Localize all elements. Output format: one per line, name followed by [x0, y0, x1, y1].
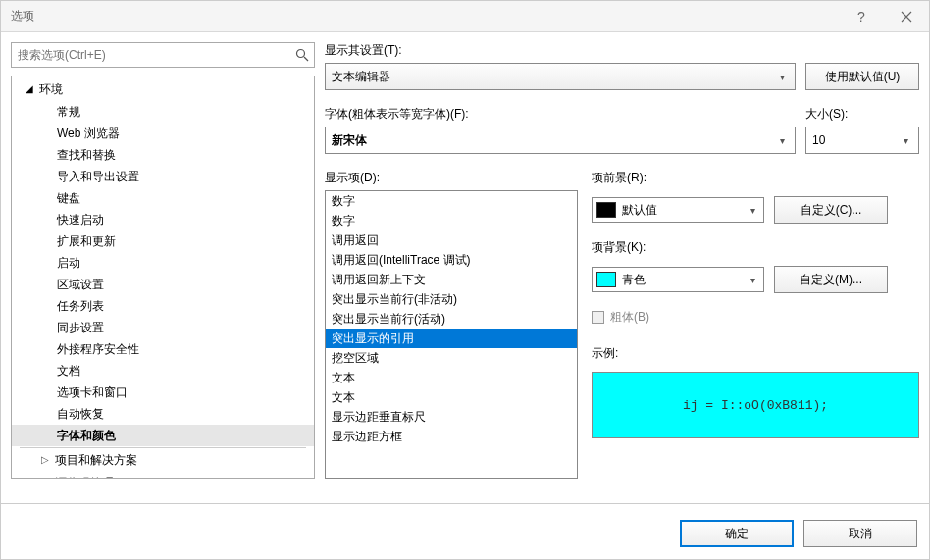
checkbox-icon: [592, 311, 604, 324]
tree-item[interactable]: 扩展和更新: [12, 230, 314, 252]
display-items-label: 显示项(D):: [325, 170, 578, 186]
help-button[interactable]: ?: [839, 1, 884, 32]
background-label: 项背景(K):: [592, 239, 919, 256]
list-item[interactable]: 数字: [326, 211, 577, 230]
tree-item[interactable]: 快速启动: [12, 209, 314, 230]
font-size-row: 字体(粗体表示等宽字体)(F): 新宋体 ▾ 大小(S): 10 ▾: [325, 106, 919, 154]
custom-background-button[interactable]: 自定义(M)...: [774, 266, 888, 293]
font-label: 字体(粗体表示等宽字体)(F):: [325, 106, 796, 123]
tree-item[interactable]: 任务列表: [12, 295, 314, 317]
ok-button[interactable]: 确定: [680, 520, 794, 547]
sample-text: ij = I::oO(0xB811);: [683, 398, 828, 413]
list-item[interactable]: 突出显示当前行(非活动): [326, 289, 577, 309]
show-settings-group: 显示其设置(T): 文本编辑器 ▾ 使用默认值(U): [325, 42, 919, 90]
left-pane: ◢环境常规Web 浏览器查找和替换导入和导出设置键盘快速启动扩展和更新启动区域设…: [11, 42, 315, 479]
tree-item[interactable]: 同步设置: [12, 317, 314, 338]
tree-item[interactable]: 启动: [12, 252, 314, 274]
window-title: 选项: [11, 8, 839, 25]
tree-item[interactable]: 选项卡和窗口: [12, 382, 314, 403]
search-input[interactable]: [12, 43, 290, 67]
combo-text: 青色: [622, 272, 746, 288]
tree-item[interactable]: 键盘: [12, 187, 314, 209]
list-item[interactable]: 调用返回(IntelliTrace 调试): [326, 250, 577, 270]
chevron-down-icon: ▾: [746, 205, 759, 216]
category-tree[interactable]: ◢环境常规Web 浏览器查找和替换导入和导出设置键盘快速启动扩展和更新启动区域设…: [11, 76, 315, 479]
show-settings-combo[interactable]: 文本编辑器 ▾: [325, 63, 796, 90]
tree-item[interactable]: 查找和替换: [12, 144, 314, 166]
right-pane: 显示其设置(T): 文本编辑器 ▾ 使用默认值(U) 字体(粗体表示等宽字体)(…: [325, 42, 919, 479]
list-item[interactable]: 调用返回新上下文: [326, 270, 577, 289]
custom-foreground-button[interactable]: 自定义(C)...: [774, 196, 888, 224]
list-item[interactable]: 数字: [326, 191, 577, 211]
show-settings-label: 显示其设置(T):: [325, 42, 919, 59]
tree-item[interactable]: 外接程序安全性: [12, 338, 314, 360]
chevron-right-icon: ▷: [41, 451, 53, 469]
list-item[interactable]: 显示边距方框: [326, 427, 577, 446]
tree-item[interactable]: 区域设置: [12, 274, 314, 295]
tree-item[interactable]: Web 浏览器: [12, 123, 314, 144]
list-item[interactable]: 突出显示的引用: [326, 329, 577, 348]
tree-item[interactable]: ▷源代码管理: [12, 472, 314, 479]
cancel-button[interactable]: 取消: [803, 520, 917, 547]
tree-item[interactable]: 常规: [12, 101, 314, 123]
tree-item[interactable]: ▷项目和解决方案: [12, 449, 314, 472]
list-item[interactable]: 显示边距垂直标尺: [326, 407, 577, 427]
list-item[interactable]: 调用返回: [326, 230, 577, 250]
chevron-down-icon: ▾: [775, 72, 789, 82]
close-icon: [901, 11, 912, 23]
divider: [1, 503, 929, 504]
list-item[interactable]: 文本: [326, 387, 577, 407]
bold-label: 粗体(B): [610, 309, 649, 326]
chevron-down-icon: ▾: [899, 135, 912, 146]
divider: [20, 447, 306, 448]
combo-text: 新宋体: [332, 132, 775, 149]
chevron-down-icon: ▾: [775, 135, 789, 146]
list-item[interactable]: 文本: [326, 368, 577, 387]
combo-text: 文本编辑器: [332, 69, 775, 85]
display-items-list[interactable]: 数字数字调用返回调用返回(IntelliTrace 调试)调用返回新上下文突出显…: [325, 190, 578, 479]
size-group: 大小(S): 10 ▾: [805, 106, 919, 154]
chevron-right-icon: ▷: [41, 474, 53, 479]
foreground-label: 项前景(R):: [592, 170, 919, 186]
background-combo[interactable]: 青色 ▾: [592, 267, 764, 292]
tree-item[interactable]: 字体和颜色: [12, 425, 314, 446]
combo-text: 10: [812, 133, 899, 147]
size-label: 大小(S):: [805, 106, 919, 123]
display-items-col: 显示项(D): 数字数字调用返回调用返回(IntelliTrace 调试)调用返…: [325, 170, 578, 479]
search-icon[interactable]: [290, 48, 314, 62]
color-swatch: [596, 272, 616, 287]
tree-item-root[interactable]: ◢环境: [12, 78, 314, 101]
footer-buttons: 确定 取消: [680, 520, 917, 547]
foreground-combo[interactable]: 默认值 ▾: [592, 197, 764, 223]
list-item[interactable]: 挖空区域: [326, 348, 577, 368]
combo-text: 默认值: [622, 202, 746, 219]
tree-item[interactable]: 自动恢复: [12, 403, 314, 425]
sample-box: ij = I::oO(0xB811);: [592, 372, 919, 438]
font-group: 字体(粗体表示等宽字体)(F): 新宋体 ▾: [325, 106, 796, 154]
font-combo[interactable]: 新宋体 ▾: [325, 127, 796, 154]
size-combo[interactable]: 10 ▾: [805, 127, 919, 154]
bold-checkbox: 粗体(B): [592, 309, 919, 326]
close-button[interactable]: [884, 1, 929, 32]
color-swatch: [596, 202, 616, 218]
tree-item[interactable]: 导入和导出设置: [12, 166, 314, 187]
tree-item[interactable]: 文档: [12, 360, 314, 382]
chevron-down-icon: ▾: [746, 275, 759, 285]
svg-point-0: [297, 50, 305, 58]
columns: 显示项(D): 数字数字调用返回调用返回(IntelliTrace 调试)调用返…: [325, 170, 919, 479]
sample-label: 示例:: [592, 345, 919, 362]
color-col: 项前景(R): 默认值 ▾ 自定义(C)... 项背景(K): 青色 ▾: [592, 170, 919, 479]
search-box: [11, 42, 315, 68]
list-item[interactable]: 突出显示当前行(活动): [326, 309, 577, 329]
use-defaults-button[interactable]: 使用默认值(U): [805, 63, 919, 90]
titlebar: 选项 ?: [1, 1, 929, 32]
dialog-body: ◢环境常规Web 浏览器查找和替换导入和导出设置键盘快速启动扩展和更新启动区域设…: [1, 32, 929, 488]
chevron-down-icon: ◢: [26, 80, 37, 98]
